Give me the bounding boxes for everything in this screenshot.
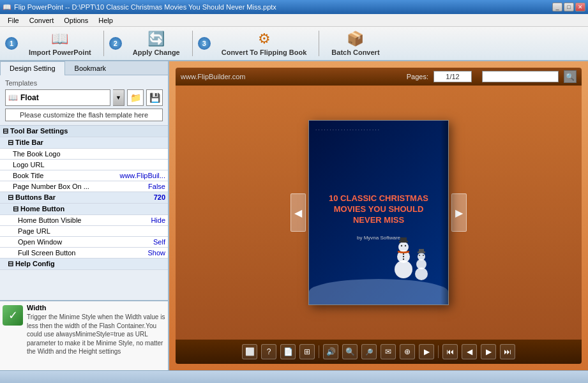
window-title: Flip PowerPoint -- D:\PPT\10 Classic Chr… — [14, 3, 552, 11]
first-page-button[interactable]: ⏮ — [442, 344, 458, 359]
book-page: · · · · · · · · · · · · · · · · · · · · … — [308, 120, 449, 305]
minus-icon: ⊟ — [3, 127, 8, 135]
search-button[interactable]: 🔍 — [564, 70, 577, 83]
toolbar-group-3: 3 ⚙ Convert To Flipping Book — [198, 29, 314, 57]
svg-point-16 — [423, 255, 424, 256]
import-label: Import PowerPoint — [29, 49, 91, 56]
menu-bar: File Convert Options Help — [0, 14, 588, 27]
page-info-button[interactable]: 📄 — [280, 344, 296, 359]
tree-open-window[interactable]: Open Window Self — [0, 237, 168, 248]
tree-buttons-bar[interactable]: ⊟ Buttons Bar 720 — [0, 192, 168, 204]
stars-decoration: · · · · · · · · · · · · · · · · · · · · … — [315, 127, 442, 178]
left-panel: Design Setting Bookmark Templates 📖 Floa… — [0, 61, 169, 370]
svg-point-6 — [405, 245, 406, 246]
zoom-in-button[interactable]: 🔍 — [342, 344, 358, 359]
maximize-button[interactable]: □ — [564, 3, 574, 11]
social-button[interactable]: ⊕ — [400, 344, 415, 359]
next-btn[interactable]: ▶ — [481, 344, 496, 359]
template-icon-1[interactable]: 📁 — [127, 89, 144, 106]
bottom-toolbar: ⬜ ? 📄 ⊞ 🔊 🔍 🔎 ✉ ⊕ ▶ ⏮ ◀ ▶ ⏭ — [176, 340, 582, 364]
template-icon-2[interactable]: 💾 — [146, 89, 163, 106]
pages-input[interactable] — [433, 71, 472, 82]
svg-point-7 — [403, 253, 404, 255]
right-panel: www.FlipBuilder.com Pages: 🔍 ◀ · · · · ·… — [169, 61, 588, 370]
svg-point-8 — [403, 256, 404, 257]
tree-page-url[interactable]: Page URL — [0, 226, 168, 237]
template-dropdown-arrow[interactable]: ▼ — [113, 89, 124, 106]
svg-point-0 — [395, 260, 412, 278]
batch-convert-button[interactable]: 📦 Batch Convert — [324, 29, 386, 57]
check-symbol: ✓ — [8, 308, 18, 322]
tree-home-button-visible[interactable]: Home Button Visible Hide — [0, 215, 168, 226]
svg-point-5 — [401, 245, 402, 246]
svg-rect-4 — [400, 237, 407, 243]
window-controls: _ □ ✕ — [552, 3, 585, 11]
minus-icon-2: ⊟ — [8, 139, 13, 146]
prev-btn[interactable]: ◀ — [462, 344, 477, 359]
info-text: Trigger the Minime Style when the Width … — [27, 313, 165, 356]
convert-label: Convert To Flipping Book — [222, 49, 307, 56]
thumbnails-button[interactable]: ⊞ — [299, 344, 315, 359]
book-cover-title: 10 CLASSIC CHRISTMAS MOVIES YOU SHOULD N… — [328, 193, 430, 226]
tree-logo-url[interactable]: Logo URL — [0, 160, 168, 170]
app-icon: 📖 — [3, 3, 11, 11]
tree-full-screen-button[interactable]: Full Screen Button Show — [0, 248, 168, 259]
svg-point-11 — [416, 259, 426, 269]
tree-book-title[interactable]: Book Title www.FlipBuil... — [0, 170, 168, 181]
help-button[interactable]: ? — [261, 344, 276, 359]
fit-page-button[interactable]: ⬜ — [242, 344, 257, 359]
auto-play-button[interactable]: ▶ — [419, 344, 434, 359]
tab-bar: Design Setting Bookmark — [0, 61, 168, 75]
sep-2 — [192, 31, 193, 56]
last-page-button[interactable]: ⏭ — [500, 344, 515, 359]
step-3-number: 3 — [198, 37, 211, 50]
title-bar: 📖 Flip PowerPoint -- D:\PPT\10 Classic C… — [0, 0, 588, 14]
minimize-button[interactable]: _ — [552, 3, 562, 11]
menu-options[interactable]: Options — [59, 15, 93, 26]
template-name: Float — [20, 93, 39, 102]
tree-scroll[interactable]: ⊟ Tool Bar Settings ⊟ Title Bar The Book… — [0, 126, 168, 300]
tree-help-config[interactable]: ⊟ Help Config — [0, 259, 168, 270]
status-bar — [0, 370, 588, 383]
sep-bottom-2 — [438, 345, 439, 358]
customize-button[interactable]: Please customize the flash template here — [5, 109, 163, 121]
svg-rect-14 — [419, 249, 424, 253]
svg-point-15 — [419, 255, 420, 256]
apply-change-button[interactable]: 🔄 Apply Change — [126, 29, 187, 57]
next-page-button[interactable]: ▶ — [451, 193, 467, 232]
convert-button[interactable]: ⚙ Convert To Flipping Book — [215, 29, 314, 57]
book-container: ◀ · · · · · · · · · · · · · · · · · · · … — [288, 120, 469, 305]
templates-section: Templates 📖 Float ▼ 📁 💾 Please customize… — [0, 75, 168, 126]
toolbar-group-2: 2 🔄 Apply Change — [109, 29, 187, 57]
main-area: Design Setting Bookmark Templates 📖 Floa… — [0, 61, 588, 370]
step-2-number: 2 — [109, 37, 122, 50]
sound-button[interactable]: 🔊 — [323, 344, 338, 359]
book-wrapper: · · · · · · · · · · · · · · · · · · · · … — [308, 120, 449, 305]
toolbar-group-1: 1 📖 Import PowerPoint — [5, 29, 98, 57]
template-dropdown[interactable]: 📖 Float — [5, 89, 110, 106]
template-row: 📖 Float ▼ 📁 💾 — [5, 89, 163, 106]
tree-book-logo[interactable]: The Book Logo — [0, 149, 168, 160]
import-powerpoint-button[interactable]: 📖 Import PowerPoint — [22, 29, 98, 57]
svg-point-9 — [403, 259, 404, 260]
snowmen-illustration — [384, 234, 435, 285]
menu-convert[interactable]: Convert — [24, 15, 59, 26]
search-input[interactable] — [482, 71, 559, 82]
close-button[interactable]: ✕ — [575, 3, 585, 11]
zoom-out-button[interactable]: 🔎 — [361, 344, 377, 359]
tree-toolbar-settings[interactable]: ⊟ Tool Bar Settings — [0, 126, 168, 137]
tab-design-setting[interactable]: Design Setting — [0, 61, 65, 75]
book-preview: ◀ · · · · · · · · · · · · · · · · · · · … — [176, 86, 582, 340]
tab-bookmark[interactable]: Bookmark — [65, 61, 116, 75]
prev-page-button[interactable]: ◀ — [290, 193, 306, 232]
menu-file[interactable]: File — [3, 15, 24, 26]
settings-tree: ⊟ Tool Bar Settings ⊟ Title Bar The Book… — [0, 126, 168, 300]
info-panel: ✓ Width Trigger the Minime Style when th… — [0, 300, 168, 370]
email-button[interactable]: ✉ — [381, 344, 396, 359]
template-book-icon: 📖 — [8, 93, 18, 102]
tree-page-number-box[interactable]: Page Number Box On ... False — [0, 181, 168, 192]
tree-home-button[interactable]: ⊟ Home Button — [0, 204, 168, 215]
tree-title-bar[interactable]: ⊟ Title Bar — [0, 137, 168, 149]
menu-help[interactable]: Help — [93, 15, 118, 26]
info-content: Width Trigger the Minime Style when the … — [27, 304, 165, 356]
